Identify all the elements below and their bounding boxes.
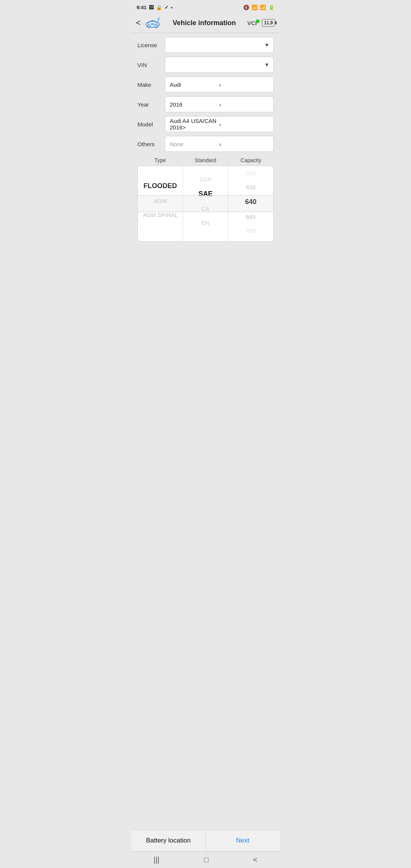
model-value: Audi A4 USA/CAN 2016> bbox=[170, 118, 219, 131]
year-row: Year 2016 › bbox=[137, 96, 274, 112]
vci-label: VCI bbox=[247, 20, 257, 26]
page-title: Vehicle information bbox=[161, 19, 247, 27]
license-dropdown-arrow[interactable]: ▼ bbox=[264, 42, 269, 48]
make-chevron-icon: › bbox=[219, 81, 269, 88]
vci-connected-dot bbox=[256, 19, 260, 23]
lock-icon: 🔒 bbox=[156, 5, 162, 10]
model-row: Model Audi A4 USA/CAN 2016> › bbox=[137, 116, 274, 132]
battery-table-section: Type Standard Capacity FLOODED AGM AGM S… bbox=[137, 156, 274, 242]
picker-columns: FLOODED AGM AGM SPIRAL CCA SAE CA EN bbox=[138, 166, 273, 241]
others-row: Others None › bbox=[137, 136, 274, 152]
type-item-2[interactable]: FLOODED bbox=[138, 178, 183, 194]
vin-logo[interactable]: VIN bbox=[144, 16, 161, 30]
vin-row: VIN ▼ bbox=[137, 57, 274, 73]
status-bar: 9:41 🖼 🔒 ✓ • 🔇 📶 📶 🔋 bbox=[131, 0, 280, 14]
dot-icon: • bbox=[171, 5, 173, 10]
vin-input[interactable] bbox=[169, 62, 264, 68]
vin-label: VIN bbox=[137, 62, 165, 68]
year-label: Year bbox=[137, 101, 165, 108]
standard-item-4[interactable]: EN bbox=[183, 216, 228, 230]
year-select[interactable]: 2016 › bbox=[165, 96, 274, 112]
year-chevron-icon: › bbox=[219, 101, 269, 108]
others-label: Others bbox=[137, 141, 165, 147]
make-label: Make bbox=[137, 81, 165, 88]
check-icon: ✓ bbox=[164, 5, 169, 10]
mute-icon: 🔇 bbox=[243, 5, 249, 10]
top-nav: < VIN Vehicle information VCI 11.9 bbox=[131, 14, 280, 33]
status-time: 9:41 🖼 🔒 ✓ • bbox=[137, 5, 173, 10]
license-input-wrap[interactable]: ▼ bbox=[165, 37, 274, 53]
type-item-1[interactable] bbox=[138, 172, 183, 178]
capacity-item-3[interactable]: 645 bbox=[228, 210, 273, 224]
license-row: License ▼ bbox=[137, 37, 274, 53]
make-value: Audi bbox=[170, 81, 219, 88]
year-value: 2016 bbox=[170, 101, 219, 108]
signal-icon: 📶 bbox=[260, 5, 266, 10]
photo-icon: 🖼 bbox=[149, 5, 154, 10]
battery-picker[interactable]: FLOODED AGM AGM SPIRAL CCA SAE CA EN bbox=[137, 166, 274, 242]
content-area: License ▼ VIN ▼ Make Audi › Year 2016 › … bbox=[131, 33, 280, 242]
vci-indicator: VCI bbox=[247, 19, 260, 26]
vin-dropdown-arrow[interactable]: ▼ bbox=[264, 62, 269, 68]
col-header-standard: Standard bbox=[183, 157, 228, 163]
others-chevron-icon: › bbox=[219, 141, 269, 147]
battery-icon: 🔋 bbox=[268, 5, 274, 10]
wifi-icon: 📶 bbox=[252, 5, 258, 10]
device-battery: 11.9 bbox=[262, 19, 275, 27]
type-item-0[interactable] bbox=[138, 166, 183, 172]
others-value: None bbox=[170, 141, 219, 147]
others-select[interactable]: None › bbox=[165, 136, 274, 152]
model-select[interactable]: Audi A4 USA/CAN 2016> › bbox=[165, 116, 274, 132]
vin-input-wrap[interactable]: ▼ bbox=[165, 57, 274, 73]
model-chevron-icon: › bbox=[219, 121, 269, 128]
standard-item-3[interactable]: CA bbox=[183, 202, 228, 216]
model-label: Model bbox=[137, 121, 165, 128]
type-column: FLOODED AGM AGM SPIRAL bbox=[138, 166, 183, 241]
capacity-item-1[interactable]: 635 bbox=[228, 180, 273, 194]
capacity-item-4[interactable]: 650 bbox=[228, 224, 273, 238]
table-header-row: Type Standard Capacity bbox=[137, 156, 274, 166]
standard-column: CCA SAE CA EN bbox=[183, 166, 228, 241]
back-button[interactable]: < bbox=[136, 18, 141, 28]
col-header-capacity: Capacity bbox=[228, 157, 274, 163]
standard-item-0[interactable] bbox=[183, 166, 228, 172]
make-row: Make Audi › bbox=[137, 77, 274, 93]
license-input[interactable] bbox=[169, 42, 264, 48]
capacity-item-2[interactable]: 640 bbox=[228, 194, 273, 210]
standard-item-1[interactable]: CCA bbox=[183, 172, 228, 186]
svg-text:VIN: VIN bbox=[150, 23, 155, 26]
status-icons: 🔇 📶 📶 🔋 bbox=[243, 5, 274, 10]
nav-left: < VIN bbox=[136, 16, 161, 30]
capacity-column: 630 635 640 645 650 bbox=[228, 166, 273, 241]
license-label: License bbox=[137, 42, 165, 48]
type-item-3[interactable]: AGM bbox=[138, 194, 183, 208]
make-select[interactable]: Audi › bbox=[165, 77, 274, 93]
nav-right: VCI 11.9 bbox=[247, 19, 275, 27]
standard-item-2[interactable]: SAE bbox=[183, 186, 228, 202]
type-item-4[interactable]: AGM SPIRAL bbox=[138, 208, 183, 222]
col-header-type: Type bbox=[137, 157, 183, 163]
capacity-item-0[interactable]: 630 bbox=[228, 166, 273, 180]
time-display: 9:41 bbox=[137, 5, 147, 10]
